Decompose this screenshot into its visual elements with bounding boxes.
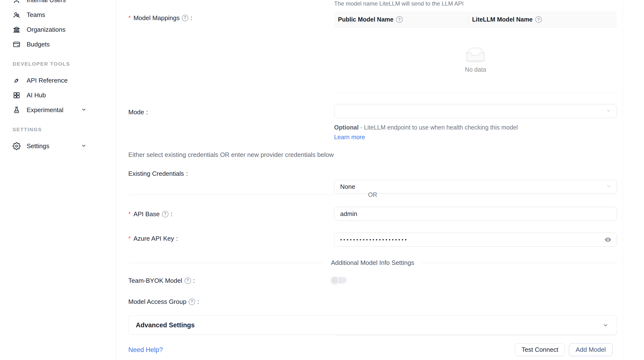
test-connect-button[interactable]: Test Connect [515, 343, 565, 356]
chevron-down-icon [606, 108, 611, 115]
help-icon[interactable] [535, 16, 542, 23]
sidebar-item-ai-hub[interactable]: AI Hub [0, 88, 116, 103]
table-empty-state: No data [334, 28, 617, 93]
grid-icon [12, 91, 20, 99]
advanced-settings-panel[interactable]: Advanced Settings [128, 316, 617, 335]
help-icon[interactable] [182, 15, 188, 21]
need-help-link[interactable]: Need Help? [128, 346, 163, 354]
additional-settings-divider: Additional Model Info Settings [128, 258, 617, 267]
sidebar-item-label: Settings [27, 142, 50, 150]
sidebar-item-label: Organizations [27, 26, 65, 34]
sidebar-section-developer-tools: DEVELOPER TOOLS [0, 52, 116, 73]
chevron-down-icon [81, 106, 86, 114]
sidebar-item-settings[interactable]: Settings [0, 139, 116, 154]
api-base-label: API Base [128, 210, 172, 218]
mode-label: Mode [128, 108, 148, 116]
sidebar-item-organizations[interactable]: Organizations [0, 22, 116, 37]
sidebar-item-api-reference[interactable]: API Reference [0, 73, 116, 88]
mode-helper-text: Optional - LiteLLM endpoint to use when … [334, 122, 528, 142]
sidebar-nav: Internal Users Teams Organizations Budge… [0, 0, 116, 154]
eye-icon [603, 236, 612, 243]
toggle-knob [330, 276, 339, 284]
column-public-model-name: Public Model Name [334, 12, 468, 28]
help-icon[interactable] [188, 298, 195, 305]
column-litellm-model-name: LiteLLM Model Name [468, 16, 542, 23]
no-data-text: No data [465, 66, 486, 73]
help-icon[interactable] [162, 211, 168, 218]
flask-icon [12, 106, 20, 114]
toggle-password-visibility-button[interactable] [603, 236, 612, 243]
mode-select[interactable] [334, 104, 617, 118]
team-byok-toggle[interactable] [332, 277, 347, 284]
credit-card-icon [12, 40, 20, 48]
team-byok-label: Team-BYOK Model [128, 277, 195, 284]
required-asterisk [128, 210, 131, 218]
sidebar-item-label: AI Hub [27, 92, 46, 99]
sidebar-item-label: API Reference [27, 77, 68, 84]
api-base-input[interactable] [334, 207, 617, 221]
teams-icon [12, 11, 20, 19]
api-plug-icon [12, 76, 20, 84]
sidebar-item-budgets[interactable]: Budgets [0, 37, 116, 52]
table-header-row: Public Model Name LiteLLM Model Name [334, 12, 617, 28]
sidebar-item-label: Internal Users [27, 0, 66, 4]
model-name-helper-text: The model name LiteLLM will send to the … [334, 0, 464, 7]
gear-icon [12, 142, 20, 150]
required-asterisk [128, 14, 131, 22]
user-icon [12, 0, 20, 4]
chevron-down-icon [602, 322, 608, 328]
sidebar: Internal Users Teams Organizations Budge… [0, 0, 116, 360]
learn-more-link[interactable]: Learn more [334, 134, 365, 140]
or-divider: OR [128, 191, 617, 198]
azure-api-key-label: Azure API Key [128, 234, 178, 242]
help-icon[interactable] [396, 16, 402, 23]
sidebar-item-label: Budgets [27, 41, 50, 48]
help-icon[interactable] [184, 278, 191, 284]
model-access-group-label: Model Access Group [128, 298, 199, 306]
model-mappings-table: Public Model Name LiteLLM Model Name No … [334, 12, 617, 104]
chevron-down-icon [606, 183, 611, 190]
sidebar-item-label: Experimental [27, 106, 64, 114]
sidebar-section-settings: SETTINGS [0, 118, 116, 139]
azure-api-key-input[interactable] [334, 233, 617, 247]
existing-credentials-label: Existing Credentials [128, 170, 188, 178]
sidebar-item-label: Teams [27, 11, 45, 19]
credentials-note: Either select existing credentials OR en… [128, 151, 334, 158]
add-model-button[interactable]: Add Model [569, 343, 612, 356]
empty-inbox-icon [464, 48, 488, 63]
required-asterisk [128, 234, 131, 242]
sidebar-item-internal-users[interactable]: Internal Users [0, 0, 116, 8]
table-footer-spacer [334, 93, 617, 104]
chevron-down-icon [81, 142, 86, 150]
selected-value: None [340, 183, 355, 190]
sidebar-item-experimental[interactable]: Experimental [0, 103, 116, 118]
bank-icon [12, 26, 20, 34]
sidebar-item-teams[interactable]: Teams [0, 8, 116, 22]
azure-api-key-field [334, 233, 617, 247]
advanced-settings-title: Advanced Settings [136, 322, 195, 329]
add-model-form: The model name LiteLLM will send to the … [116, 0, 623, 360]
model-mappings-label: Model Mappings [128, 14, 192, 22]
